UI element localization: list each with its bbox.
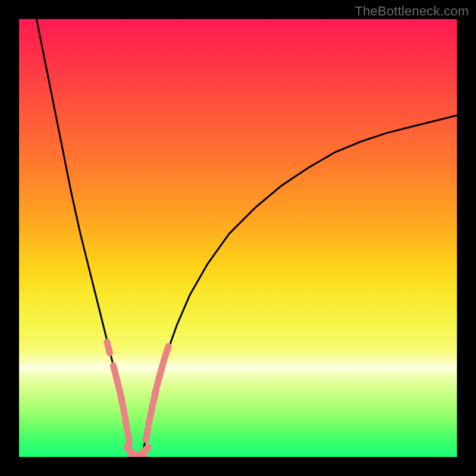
watermark-text: TheBottleneck.com	[355, 4, 469, 19]
highlighted-points	[107, 342, 168, 457]
marker-dot	[107, 342, 110, 353]
marker-dot	[146, 428, 148, 440]
chart-frame: TheBottleneck.com	[0, 0, 476, 476]
marker-dot	[127, 432, 129, 443]
curve-layer	[19, 19, 457, 457]
marker-dot	[125, 417, 127, 428]
plot-area	[19, 19, 457, 457]
curve-segment-curve_right	[144, 115, 457, 448]
marker-dot	[165, 346, 168, 357]
marker-dot	[121, 398, 125, 415]
bottleneck-curve	[36, 19, 457, 455]
marker-dot	[159, 360, 164, 379]
